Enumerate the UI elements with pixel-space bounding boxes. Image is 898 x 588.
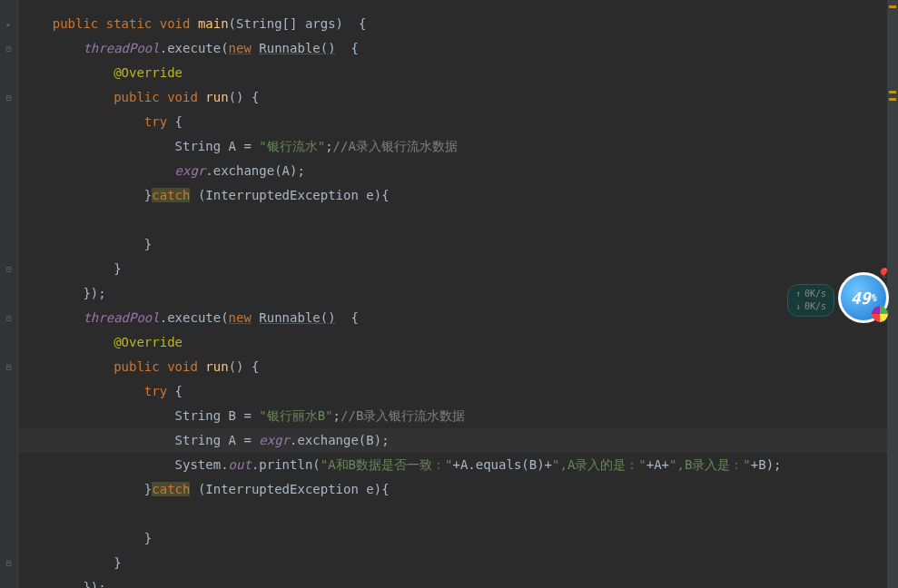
code-line[interactable] xyxy=(18,208,898,232)
badge-value: 49 xyxy=(851,289,871,308)
code-line[interactable]: }catch (InterruptedException e){ xyxy=(18,477,898,502)
balloon-icon: 🎈 xyxy=(877,268,888,278)
fold-icon[interactable]: ⊟ xyxy=(0,306,17,330)
badge-pct: % xyxy=(871,292,877,304)
code-line[interactable]: String A = "银行流水";//A录入银行流水数据 xyxy=(18,134,898,159)
warning-marker[interactable] xyxy=(889,91,896,93)
warning-marker[interactable] xyxy=(889,98,896,101)
network-speed-widget[interactable]: ↑0K/s ↓0K/s xyxy=(787,284,834,317)
code-line[interactable]: public void run() { xyxy=(18,355,898,379)
fold-icon[interactable]: ⊟ xyxy=(0,355,17,379)
fold-icon[interactable]: ▸ xyxy=(0,12,17,36)
code-line[interactable]: } xyxy=(18,232,898,257)
code-line[interactable]: } xyxy=(18,526,898,551)
code-line[interactable]: System.out.println("A和B数据是否一致："+A.equals… xyxy=(18,453,898,477)
code-line-active[interactable]: String A = exgr.exchange(B); xyxy=(18,428,898,453)
fold-icon[interactable]: ⊟ xyxy=(0,257,17,281)
warning-marker[interactable] xyxy=(889,5,896,8)
upload-speed: 0K/s xyxy=(804,288,826,300)
percent-badge[interactable]: 🎈 49% xyxy=(838,272,889,323)
gutter: ▸ ⊟ ⊟ ⊟ ⊟ ⊟ ⊟ xyxy=(0,0,18,588)
download-icon: ↓ xyxy=(795,300,801,313)
code-line[interactable]: try { xyxy=(18,379,898,404)
code-line[interactable]: try { xyxy=(18,110,898,134)
code-line[interactable]: threadPool.execute(new Runnable() { xyxy=(18,306,898,330)
fold-icon[interactable]: ⊟ xyxy=(0,85,17,110)
fold-icon[interactable]: ⊟ xyxy=(0,36,17,61)
code-text-area[interactable]: public static void main(String[] args) {… xyxy=(18,0,898,588)
code-line[interactable]: threadPool.execute(new Runnable() { xyxy=(18,36,898,61)
code-line[interactable]: public void run() { xyxy=(18,85,898,110)
code-line[interactable]: @Override xyxy=(18,61,898,85)
code-line[interactable]: public static void main(String[] args) { xyxy=(18,12,898,36)
code-line[interactable] xyxy=(18,502,898,526)
code-line[interactable]: exgr.exchange(A); xyxy=(18,159,898,183)
code-line[interactable]: } xyxy=(18,257,898,281)
code-editor[interactable]: ▸ ⊟ ⊟ ⊟ ⊟ ⊟ ⊟ public static void main(St… xyxy=(0,0,898,588)
download-speed: 0K/s xyxy=(804,300,826,313)
code-line[interactable]: }); xyxy=(18,281,898,306)
code-line[interactable]: }); xyxy=(18,575,898,588)
fold-icon[interactable]: ⊟ xyxy=(0,551,17,575)
upload-icon: ↑ xyxy=(795,288,801,300)
code-line[interactable]: }catch (InterruptedException e){ xyxy=(18,183,898,208)
code-line[interactable]: @Override xyxy=(18,330,898,355)
code-line[interactable]: } xyxy=(18,551,898,575)
code-line[interactable]: String B = "银行丽水B";//B录入银行流水数据 xyxy=(18,404,898,428)
